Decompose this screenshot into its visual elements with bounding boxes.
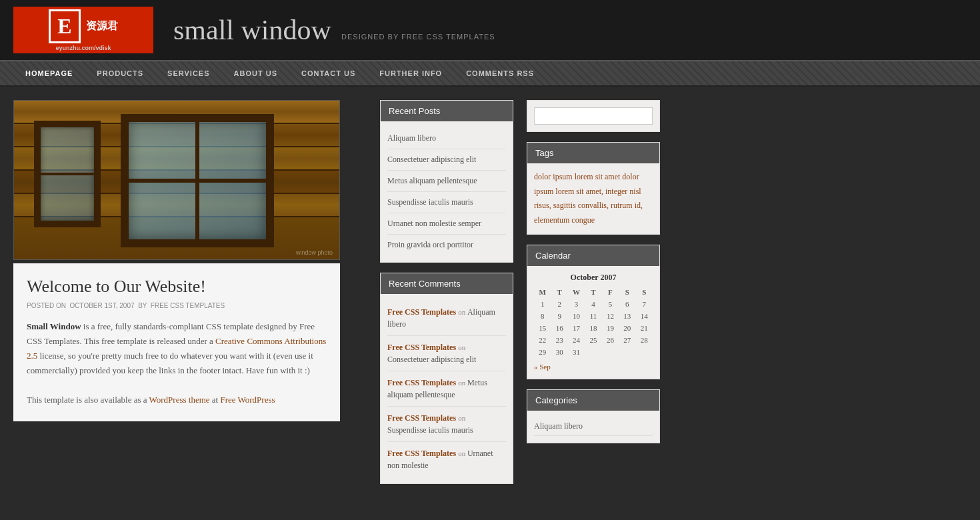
calendar-table: M T W T F S S 1 2 3	[534, 286, 653, 358]
nav-item-services[interactable]: SERVICES	[155, 61, 221, 85]
cal-day: 2	[551, 298, 567, 310]
cal-day: 4	[585, 298, 601, 310]
categories-list: Aliquam libero	[534, 417, 653, 436]
commenter-link[interactable]: Free CSS Templates	[387, 449, 456, 458]
calendar-prev-link[interactable]: « Sep	[534, 363, 551, 371]
comment-on: on	[458, 343, 465, 351]
cal-day: 7	[636, 298, 653, 310]
cal-day: 9	[551, 310, 567, 322]
navigation: HOMEPAGE PRODUCTS SERVICES ABOUT US CONT…	[0, 60, 980, 87]
post-author-link[interactable]: FREE CSS TEMPLATES	[151, 302, 225, 309]
recent-post-link[interactable]: Urnanet non molestie semper	[387, 219, 481, 228]
site-subtitle: DESIGNED BY FREE CSS TEMPLATES	[341, 33, 495, 41]
site-title-area: small window DESIGNED BY FREE CSS TEMPLA…	[173, 14, 495, 46]
recent-post-link[interactable]: Proin gravida orci porttitor	[387, 240, 473, 249]
nav-link-homepage[interactable]: HOMEPAGE	[13, 61, 85, 85]
calendar-title: Calendar	[527, 245, 659, 266]
creative-commons-link[interactable]: Creative Commons Attributions 2.5	[27, 336, 326, 361]
nav-link-contact[interactable]: CONTACT US	[289, 61, 367, 85]
nav-link-further[interactable]: FURTHER INFO	[367, 61, 454, 85]
logo[interactable]: E 资源君 eyunzhu.com/vdisk	[13, 7, 153, 53]
nav-link-services[interactable]: SERVICES	[155, 61, 221, 85]
calendar-widget: Calendar October 2007 M T W T F S S	[527, 245, 660, 379]
cal-day: 30	[551, 346, 567, 358]
commenter-link[interactable]: Free CSS Templates	[387, 307, 456, 317]
list-item: Consectetuer adipiscing elit	[387, 149, 506, 171]
cal-day: 15	[534, 322, 551, 334]
cal-day: 16	[551, 322, 567, 334]
recent-post-link[interactable]: Metus aliquam pellentesque	[387, 176, 477, 185]
list-item: Free CSS Templates on Aliquam libero	[387, 301, 506, 336]
nav-link-products[interactable]: PRODUCTS	[85, 61, 155, 85]
logo-url: eyunzhu.com/vdisk	[55, 45, 111, 51]
cal-header-t2: T	[585, 286, 601, 298]
calendar-month-year: October 2007	[534, 273, 653, 283]
cal-day	[636, 346, 653, 358]
post-bold-intro: Small Window	[27, 321, 81, 331]
categories-content: Aliquam libero	[527, 411, 659, 443]
nav-item-products[interactable]: PRODUCTS	[85, 61, 155, 85]
cal-day: 12	[602, 310, 619, 322]
nav-item-contact[interactable]: CONTACT US	[289, 61, 367, 85]
recent-posts-content: Aliquam libero Consectetuer adipiscing e…	[381, 121, 513, 262]
recent-comments-widget: Recent Comments Free CSS Templates on Al…	[380, 273, 513, 484]
nav-item-homepage[interactable]: HOMEPAGE	[13, 61, 85, 85]
post-date-label: POSTED ON	[27, 302, 66, 309]
recent-post-link[interactable]: Consectetuer adipiscing elit	[387, 155, 476, 164]
category-link[interactable]: Aliquam libero	[534, 421, 583, 431]
comment-on: on	[458, 414, 465, 422]
cal-day: 22	[534, 334, 551, 346]
nav-link-about[interactable]: ABOUT US	[222, 61, 289, 85]
table-row: 8 9 10 11 12 13 14	[534, 310, 653, 322]
post-content: Small Window is a free, fully standards-…	[27, 319, 327, 408]
list-item: Free CSS Templates on Suspendisse iaculi…	[387, 407, 506, 442]
comment-on: on	[458, 308, 467, 316]
table-row: 29 30 31	[534, 346, 653, 358]
cal-day: 25	[585, 334, 601, 346]
cal-day: 13	[619, 310, 635, 322]
sidebar-left: Recent Posts Aliquam libero Consectetuer…	[380, 100, 513, 494]
list-item: Free CSS Templates on Metus aliquam pell…	[387, 371, 506, 407]
list-item: Free CSS Templates on Consectetuer adipi…	[387, 336, 506, 371]
recent-comments-title: Recent Comments	[381, 273, 513, 294]
post-title: Welcome to Our Website!	[27, 277, 327, 297]
cal-day: 28	[636, 334, 653, 346]
commenter-link[interactable]: Free CSS Templates	[387, 413, 456, 423]
cal-day: 31	[568, 346, 585, 358]
cal-day	[602, 346, 619, 358]
comment-post-title: Suspendisse iaculis mauris	[387, 425, 473, 435]
tag-link[interactable]: dolor ipsum lorem sit amet	[534, 172, 620, 181]
cal-day: 29	[534, 346, 551, 358]
post-date: OCTOBER 1ST, 2007	[69, 302, 134, 309]
recent-comments-list: Free CSS Templates on Aliquam libero Fre…	[387, 301, 506, 477]
nav-link-comments[interactable]: COMMENTS RSS	[454, 61, 546, 85]
nav-item-comments[interactable]: COMMENTS RSS	[454, 61, 546, 85]
wordpress-theme-link[interactable]: WordPress theme	[149, 395, 210, 405]
recent-posts-title: Recent Posts	[381, 101, 513, 121]
recent-post-link[interactable]: Suspendisse iaculis mauris	[387, 197, 473, 207]
recent-post-link[interactable]: Aliquam libero	[387, 133, 436, 143]
nav-item-further[interactable]: FURTHER INFO	[367, 61, 454, 85]
commenter-link[interactable]: Free CSS Templates	[387, 378, 456, 387]
comment-on: on	[458, 449, 467, 457]
free-wordpress-link[interactable]: Free WordPress	[220, 395, 275, 405]
table-row: 1 2 3 4 5 6 7	[534, 298, 653, 310]
search-input[interactable]	[534, 107, 653, 125]
header: E 资源君 eyunzhu.com/vdisk small window DES…	[0, 0, 980, 60]
nav-list: HOMEPAGE PRODUCTS SERVICES ABOUT US CONT…	[0, 61, 980, 85]
cal-day: 14	[636, 310, 653, 322]
recent-comments-content: Free CSS Templates on Aliquam libero Fre…	[381, 294, 513, 483]
cal-day: 21	[636, 322, 653, 334]
post-meta: POSTED ON OCTOBER 1ST, 2007 BY FREE CSS …	[27, 302, 327, 309]
comment-post-title: Consectetuer adipiscing elit	[387, 355, 476, 364]
cal-day: 1	[534, 298, 551, 310]
cal-day: 26	[602, 334, 619, 346]
nav-item-about[interactable]: ABOUT US	[222, 61, 289, 85]
commenter-link[interactable]: Free CSS Templates	[387, 343, 456, 352]
cal-day: 24	[568, 334, 585, 346]
list-item: Urnanet non molestie semper	[387, 213, 506, 235]
logo-brand: 资源君	[86, 19, 118, 33]
cal-day: 6	[619, 298, 635, 310]
list-item: Aliquam libero	[534, 417, 653, 436]
search-widget	[527, 100, 660, 132]
